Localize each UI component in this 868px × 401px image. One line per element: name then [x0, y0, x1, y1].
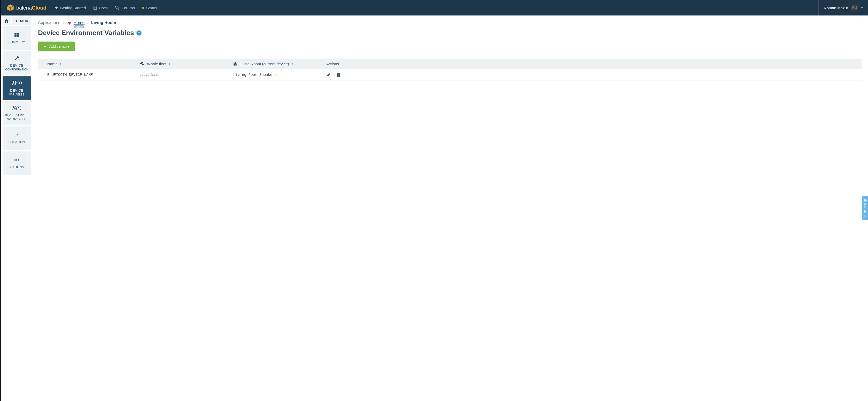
comments-icon: [115, 6, 120, 10]
column-fleet[interactable]: Whole fleet ▲▼: [140, 62, 233, 66]
avatar: RM: [851, 4, 859, 11]
svg-rect-20: [141, 62, 143, 64]
sidebar-item-device-variables[interactable]: D(X) DEVICEVARIABLES: [3, 76, 31, 100]
svg-rect-25: [337, 73, 340, 74]
sidebar-item-label: LOCATION: [8, 140, 25, 144]
column-label: Whole fleet: [147, 62, 166, 66]
var-fleet-value: not defined: [140, 73, 233, 77]
sidebar-item-device-configuration[interactable]: DEVICECONFIGURATION: [3, 52, 31, 75]
nav-label: Getting Started: [60, 6, 86, 10]
nav-status[interactable]: Status: [138, 0, 161, 15]
dx-icon: D(X): [11, 80, 22, 87]
sidebar-item-summary[interactable]: SUMMARY: [3, 26, 31, 50]
column-name[interactable]: Name ▲▼: [47, 62, 140, 66]
sidebar-item-device-service-variables[interactable]: S(X) DEVICE SERVICEVARIABLES: [3, 101, 31, 125]
column-label: Actions: [326, 62, 339, 66]
help-badge-icon: ?: [863, 215, 867, 217]
page-title: Device Environment Variables ?: [38, 29, 862, 37]
fleet-icon: [140, 62, 145, 66]
svg-rect-26: [338, 73, 339, 73]
svg-point-18: [69, 23, 70, 25]
var-name: BLUETOOTH_DEVICE_NAME: [47, 73, 140, 77]
svg-point-14: [16, 160, 18, 161]
need-help-button[interactable]: Need help ?: [862, 196, 868, 220]
svg-rect-21: [142, 64, 144, 65]
sidebar-item-label: SUMMARY: [8, 40, 25, 44]
table-header: Name ▲▼ Whole fleet ▲▼ Living Room (curr…: [38, 59, 862, 69]
nav-label: Docs: [99, 6, 108, 10]
user-name: Roman Mazur: [824, 6, 848, 10]
svg-point-13: [14, 160, 16, 161]
back-button[interactable]: BACK: [12, 17, 31, 25]
table-row: BLUETOOTH_DEVICE_NAME not defined Living…: [38, 69, 862, 81]
sort-icon: ▲▼: [168, 62, 170, 66]
plus-icon: ＋: [43, 44, 47, 49]
bolt-icon: [55, 6, 58, 10]
back-label: BACK: [19, 19, 28, 23]
sidebar-item-label: DEVICEVARIABLES: [9, 89, 24, 96]
var-device-value: Living Room Speakers: [233, 73, 326, 77]
logo-text: balenaCloud: [16, 5, 46, 11]
breadcrumb-app[interactable]: Home Starter: [67, 20, 85, 25]
sort-icon: ▲▼: [60, 62, 62, 66]
sidebar-item-label: DEVICECONFIGURATION: [5, 64, 28, 71]
sidebar-item-location[interactable]: LOCATION: [3, 127, 31, 150]
breadcrumb-root[interactable]: Applications: [38, 21, 60, 25]
sort-icon: ▲▼: [291, 62, 293, 66]
sidebar-item-label: DEVICE SERVICEVARIABLES: [5, 113, 29, 121]
add-variable-button[interactable]: ＋ Add variable: [38, 41, 75, 52]
breadcrumb-current: Living Room: [91, 21, 116, 25]
breadcrumb: Applications › Home Starter › Living Roo…: [38, 20, 862, 25]
row-actions: [326, 73, 853, 77]
chevron-right-icon: ›: [87, 21, 88, 25]
chevron-right-icon: ›: [63, 21, 64, 25]
main-content: Applications › Home Starter › Living Roo…: [32, 15, 868, 401]
edit-icon[interactable]: [326, 73, 331, 77]
dots-icon: [14, 157, 20, 163]
sidebar-item-label: ACTIONS: [9, 165, 24, 170]
help-icon[interactable]: ?: [136, 30, 142, 36]
svg-rect-24: [337, 74, 340, 77]
caret-down-icon: ▾: [861, 6, 863, 10]
cube-icon: [233, 62, 238, 66]
raspberrypi-icon: [67, 20, 72, 25]
add-variable-label: Add variable: [49, 44, 69, 48]
breadcrumb-app-label: Home: [74, 21, 85, 25]
status-dot-icon: [142, 7, 144, 9]
svg-marker-12: [15, 133, 19, 137]
location-icon: [14, 132, 20, 138]
app-tier-badge: Starter: [74, 25, 84, 28]
column-device[interactable]: Living Room (current device) ▲▼: [233, 62, 326, 66]
sx-icon: S(X): [12, 105, 22, 111]
variables-table: Name ▲▼ Whole fleet ▲▼ Living Room (curr…: [38, 59, 862, 81]
delete-icon[interactable]: [337, 73, 340, 77]
svg-marker-7: [15, 19, 17, 23]
svg-rect-10: [14, 35, 17, 37]
column-actions: Actions: [326, 62, 853, 66]
logo[interactable]: balenaCloud: [6, 4, 46, 11]
svg-marker-2: [55, 6, 58, 10]
column-label: Name: [47, 62, 58, 66]
home-button[interactable]: [3, 17, 11, 25]
nav-label: Status: [146, 6, 157, 10]
sidebar: BACK SUMMARY DEVICECONFIGURATION D(X) DE…: [1, 15, 32, 401]
svg-rect-9: [17, 33, 19, 35]
docs-icon: [93, 6, 97, 10]
column-label: Living Room (current device): [240, 62, 289, 66]
nav-getting-started[interactable]: Getting Started: [51, 0, 90, 15]
nav-forums[interactable]: Forums: [111, 0, 138, 15]
grid-icon: [14, 32, 20, 38]
need-help-label: Need help: [863, 199, 867, 213]
logo-cube-icon: [6, 4, 14, 11]
svg-point-15: [18, 160, 20, 161]
sidebar-item-actions[interactable]: ACTIONS: [3, 152, 31, 175]
nav-label: Forums: [122, 6, 135, 10]
svg-rect-8: [14, 33, 17, 35]
wrench-icon: [14, 55, 20, 61]
svg-rect-11: [17, 35, 19, 37]
user-menu[interactable]: Roman Mazur RM ▾: [818, 0, 863, 15]
nav-docs[interactable]: Docs: [90, 0, 111, 15]
app-header: balenaCloud Getting Started Docs Forums …: [1, 0, 868, 15]
